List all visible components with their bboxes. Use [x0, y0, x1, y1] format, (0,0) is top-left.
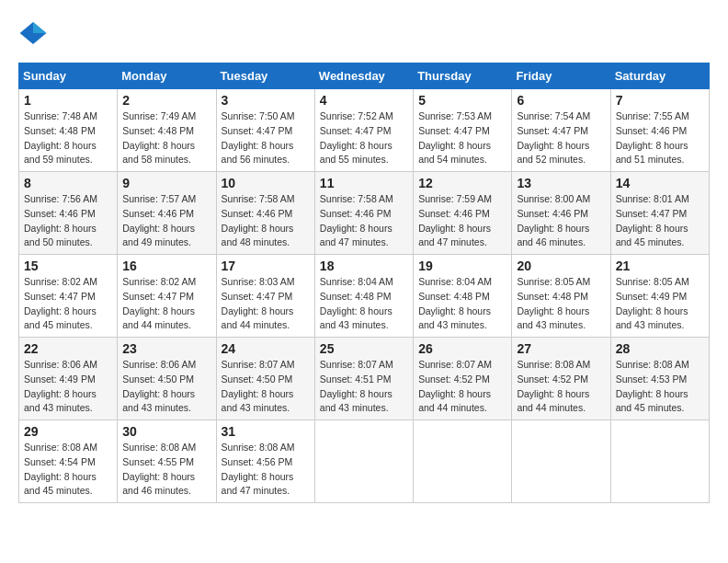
day-info: Sunrise: 8:05 AM Sunset: 4:49 PM Dayligh…: [616, 275, 704, 333]
day-info: Sunrise: 8:07 AM Sunset: 4:51 PM Dayligh…: [320, 358, 408, 416]
day-info: Sunrise: 7:58 AM Sunset: 4:46 PM Dayligh…: [320, 192, 408, 250]
day-info: Sunrise: 7:54 AM Sunset: 4:47 PM Dayligh…: [517, 109, 605, 167]
calendar-cell: 15 Sunrise: 8:02 AM Sunset: 4:47 PM Dayl…: [19, 255, 118, 338]
day-number: 29: [24, 424, 112, 439]
day-info: Sunrise: 8:04 AM Sunset: 4:48 PM Dayligh…: [418, 275, 506, 333]
weekday-header: Wednesday: [314, 63, 413, 89]
day-info: Sunrise: 7:49 AM Sunset: 4:48 PM Dayligh…: [122, 109, 210, 167]
day-info: Sunrise: 8:08 AM Sunset: 4:53 PM Dayligh…: [616, 358, 704, 416]
day-info: Sunrise: 7:52 AM Sunset: 4:47 PM Dayligh…: [320, 109, 408, 167]
day-number: 13: [517, 176, 605, 190]
calendar-cell: 9 Sunrise: 7:57 AM Sunset: 4:46 PM Dayli…: [118, 172, 216, 255]
day-number: 20: [517, 259, 605, 273]
day-number: 17: [222, 259, 310, 273]
calendar-cell: 28 Sunrise: 8:08 AM Sunset: 4:53 PM Dayl…: [610, 338, 709, 420]
day-number: 24: [222, 341, 310, 356]
day-info: Sunrise: 7:55 AM Sunset: 4:46 PM Dayligh…: [616, 109, 704, 167]
day-number: 3: [222, 93, 310, 108]
calendar-cell: 6 Sunrise: 7:54 AM Sunset: 4:47 PM Dayli…: [512, 89, 610, 172]
day-info: Sunrise: 8:06 AM Sunset: 4:49 PM Dayligh…: [24, 358, 112, 416]
calendar-cell: [414, 420, 512, 503]
day-number: 28: [616, 341, 704, 356]
calendar-cell: 21 Sunrise: 8:05 AM Sunset: 4:49 PM Dayl…: [610, 255, 709, 338]
day-info: Sunrise: 8:08 AM Sunset: 4:56 PM Dayligh…: [222, 441, 310, 499]
calendar-cell: 17 Sunrise: 8:03 AM Sunset: 4:47 PM Dayl…: [216, 255, 314, 338]
day-info: Sunrise: 7:58 AM Sunset: 4:46 PM Dayligh…: [222, 192, 310, 250]
calendar-cell: 10 Sunrise: 7:58 AM Sunset: 4:46 PM Dayl…: [216, 172, 314, 255]
calendar-cell: 8 Sunrise: 7:56 AM Sunset: 4:46 PM Dayli…: [19, 172, 118, 255]
day-number: 9: [122, 176, 210, 190]
calendar-cell: 3 Sunrise: 7:50 AM Sunset: 4:47 PM Dayli…: [216, 89, 314, 172]
day-info: Sunrise: 8:00 AM Sunset: 4:46 PM Dayligh…: [517, 192, 605, 250]
calendar-cell: 4 Sunrise: 7:52 AM Sunset: 4:47 PM Dayli…: [314, 89, 413, 172]
calendar-cell: 16 Sunrise: 8:02 AM Sunset: 4:47 PM Dayl…: [118, 255, 216, 338]
day-number: 21: [616, 259, 704, 273]
svg-marker-1: [33, 22, 46, 33]
calendar-cell: 26 Sunrise: 8:07 AM Sunset: 4:52 PM Dayl…: [414, 338, 512, 420]
calendar-week-row: 22 Sunrise: 8:06 AM Sunset: 4:49 PM Dayl…: [19, 338, 710, 420]
day-number: 23: [122, 341, 210, 356]
day-number: 6: [517, 93, 605, 108]
calendar-cell: 13 Sunrise: 8:00 AM Sunset: 4:46 PM Dayl…: [512, 172, 610, 255]
page-header: [18, 18, 710, 48]
day-number: 8: [24, 176, 112, 190]
day-info: Sunrise: 8:07 AM Sunset: 4:52 PM Dayligh…: [418, 358, 506, 416]
calendar-cell: 29 Sunrise: 8:08 AM Sunset: 4:54 PM Dayl…: [19, 420, 118, 503]
day-number: 25: [320, 341, 408, 356]
day-info: Sunrise: 8:07 AM Sunset: 4:50 PM Dayligh…: [222, 358, 310, 416]
day-number: 12: [418, 176, 506, 190]
calendar-cell: 7 Sunrise: 7:55 AM Sunset: 4:46 PM Dayli…: [610, 89, 709, 172]
day-number: 14: [616, 176, 704, 190]
calendar-cell: 25 Sunrise: 8:07 AM Sunset: 4:51 PM Dayl…: [314, 338, 413, 420]
weekday-header: Tuesday: [216, 63, 314, 89]
calendar-cell: 11 Sunrise: 7:58 AM Sunset: 4:46 PM Dayl…: [314, 172, 413, 255]
day-number: 7: [616, 93, 704, 108]
day-number: 11: [320, 176, 408, 190]
calendar-cell: 19 Sunrise: 8:04 AM Sunset: 4:48 PM Dayl…: [414, 255, 512, 338]
calendar-table: SundayMondayTuesdayWednesdayThursdayFrid…: [18, 63, 710, 503]
calendar-cell: [512, 420, 610, 503]
calendar-cell: 12 Sunrise: 7:59 AM Sunset: 4:46 PM Dayl…: [414, 172, 512, 255]
calendar-cell: 31 Sunrise: 8:08 AM Sunset: 4:56 PM Dayl…: [216, 420, 314, 503]
day-number: 10: [222, 176, 310, 190]
day-info: Sunrise: 8:04 AM Sunset: 4:48 PM Dayligh…: [320, 275, 408, 333]
day-info: Sunrise: 8:08 AM Sunset: 4:54 PM Dayligh…: [24, 441, 112, 499]
logo: [18, 18, 53, 48]
day-number: 26: [418, 341, 506, 356]
day-info: Sunrise: 7:50 AM Sunset: 4:47 PM Dayligh…: [222, 109, 310, 167]
calendar-cell: 2 Sunrise: 7:49 AM Sunset: 4:48 PM Dayli…: [118, 89, 216, 172]
calendar-cell: 30 Sunrise: 8:08 AM Sunset: 4:55 PM Dayl…: [118, 420, 216, 503]
day-info: Sunrise: 8:03 AM Sunset: 4:47 PM Dayligh…: [222, 275, 310, 333]
calendar-cell: 20 Sunrise: 8:05 AM Sunset: 4:48 PM Dayl…: [512, 255, 610, 338]
calendar-header-row: SundayMondayTuesdayWednesdayThursdayFrid…: [19, 63, 710, 89]
calendar-cell: [610, 420, 709, 503]
calendar-week-row: 15 Sunrise: 8:02 AM Sunset: 4:47 PM Dayl…: [19, 255, 710, 338]
weekday-header: Thursday: [414, 63, 512, 89]
day-info: Sunrise: 7:48 AM Sunset: 4:48 PM Dayligh…: [24, 109, 112, 167]
calendar-cell: 5 Sunrise: 7:53 AM Sunset: 4:47 PM Dayli…: [414, 89, 512, 172]
day-number: 4: [320, 93, 408, 108]
calendar-cell: 14 Sunrise: 8:01 AM Sunset: 4:47 PM Dayl…: [610, 172, 709, 255]
calendar-week-row: 8 Sunrise: 7:56 AM Sunset: 4:46 PM Dayli…: [19, 172, 710, 255]
day-number: 5: [418, 93, 506, 108]
day-number: 16: [122, 259, 210, 273]
day-number: 27: [517, 341, 605, 356]
day-info: Sunrise: 8:05 AM Sunset: 4:48 PM Dayligh…: [517, 275, 605, 333]
day-number: 18: [320, 259, 408, 273]
weekday-header: Monday: [118, 63, 216, 89]
weekday-header: Sunday: [19, 63, 118, 89]
calendar-cell: 1 Sunrise: 7:48 AM Sunset: 4:48 PM Dayli…: [19, 89, 118, 172]
day-number: 31: [222, 424, 310, 439]
day-info: Sunrise: 7:57 AM Sunset: 4:46 PM Dayligh…: [122, 192, 210, 250]
calendar-cell: [314, 420, 413, 503]
day-info: Sunrise: 8:06 AM Sunset: 4:50 PM Dayligh…: [122, 358, 210, 416]
day-number: 22: [24, 341, 112, 356]
day-info: Sunrise: 8:01 AM Sunset: 4:47 PM Dayligh…: [616, 192, 704, 250]
day-number: 15: [24, 259, 112, 273]
calendar-cell: 27 Sunrise: 8:08 AM Sunset: 4:52 PM Dayl…: [512, 338, 610, 420]
calendar-week-row: 1 Sunrise: 7:48 AM Sunset: 4:48 PM Dayli…: [19, 89, 710, 172]
calendar-cell: 22 Sunrise: 8:06 AM Sunset: 4:49 PM Dayl…: [19, 338, 118, 420]
day-info: Sunrise: 7:56 AM Sunset: 4:46 PM Dayligh…: [24, 192, 112, 250]
day-info: Sunrise: 7:53 AM Sunset: 4:47 PM Dayligh…: [418, 109, 506, 167]
weekday-header: Saturday: [610, 63, 709, 89]
